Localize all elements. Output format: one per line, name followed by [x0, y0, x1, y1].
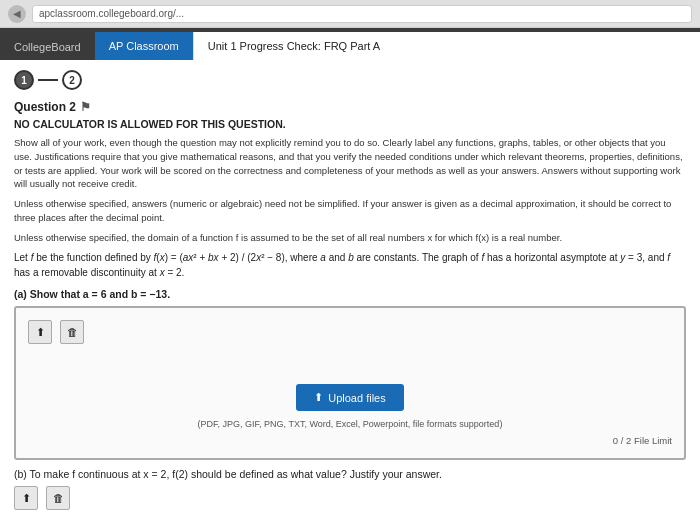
tab-ap-classroom[interactable]: AP Classroom	[95, 32, 193, 60]
part-b-trash-btn[interactable]: 🗑	[46, 486, 70, 510]
upload-toolbar: ⬆ 🗑	[28, 320, 672, 344]
upload-small-icon: ⬆	[36, 326, 45, 339]
part-b-upload-icon: ⬆	[22, 492, 31, 505]
upload-area: ⬆ 🗑 ⬆ Upload files (PDF, JPG, GIF, PNG, …	[14, 306, 686, 460]
browser-bar: ◀ apclassroom.collegeboard.org/...	[0, 0, 700, 28]
step-indicator: 1 2	[14, 70, 686, 90]
upload-arrow-icon: ⬆	[314, 391, 323, 404]
no-calc-notice: NO CALCULATOR IS ALLOWED FOR THIS QUESTI…	[14, 118, 686, 130]
instructions-3: Unless otherwise specified, the domain o…	[14, 231, 686, 245]
part-a-label: (a) Show that a = 6 and b = −13.	[14, 288, 686, 300]
step-1: 1	[14, 70, 34, 90]
browser-url[interactable]: apclassroom.collegeboard.org/...	[32, 5, 692, 23]
flag-icon[interactable]: ⚑	[80, 100, 91, 114]
step-line	[38, 79, 58, 81]
part-b-trash-icon: 🗑	[53, 492, 64, 504]
trash-icon: 🗑	[67, 326, 78, 338]
main-content: 1 2 Question 2 ⚑ NO CALCULATOR IS ALLOWE…	[0, 60, 700, 525]
upload-toolbar-trash-btn[interactable]: 🗑	[60, 320, 84, 344]
tab-collegeboard[interactable]: CollegeBoard	[0, 34, 95, 60]
browser-back-button[interactable]: ◀	[8, 5, 26, 23]
upload-formats: (PDF, JPG, GIF, PNG, TXT, Word, Excel, P…	[198, 419, 503, 429]
instructions-2: Unless otherwise specified, answers (num…	[14, 197, 686, 225]
nav-tabs: CollegeBoard AP Classroom Unit 1 Progres…	[0, 28, 700, 60]
upload-toolbar-upload-btn[interactable]: ⬆	[28, 320, 52, 344]
part-b-label: (b) To make f continuous at x = 2, f(2) …	[14, 468, 686, 480]
part-b-upload-btn[interactable]: ⬆	[14, 486, 38, 510]
page-title: Unit 1 Progress Check: FRQ Part A	[193, 32, 700, 60]
problem-text: Let f be the function defined by f(x) = …	[14, 250, 686, 280]
file-limit: 0 / 2 File Limit	[28, 435, 672, 446]
upload-files-button[interactable]: ⬆ Upload files	[296, 384, 403, 411]
upload-center: ⬆ Upload files (PDF, JPG, GIF, PNG, TXT,…	[28, 374, 672, 429]
part-b-toolbar: ⬆ 🗑	[14, 486, 686, 510]
question-header: Question 2 ⚑	[14, 100, 686, 114]
instructions: Show all of your work, even though the q…	[14, 136, 686, 191]
step-2: 2	[62, 70, 82, 90]
